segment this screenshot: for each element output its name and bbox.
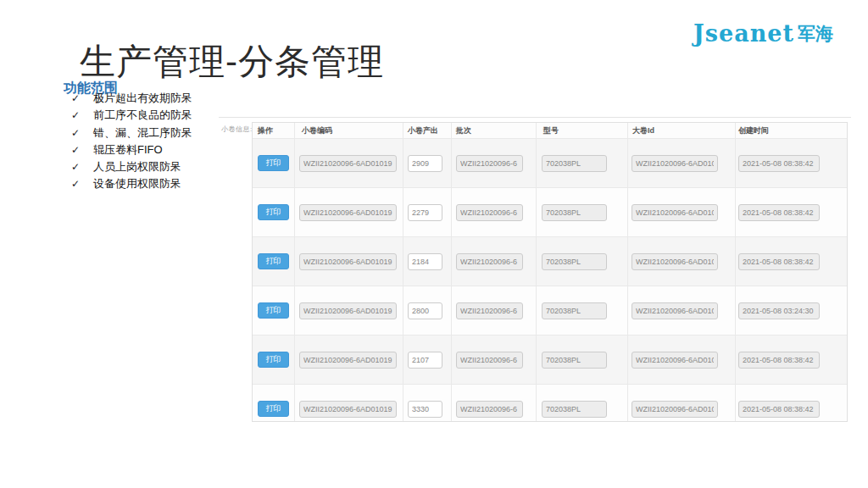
brand-logo-cjk: 军海 <box>798 24 833 43</box>
roll-id-field[interactable] <box>632 204 718 221</box>
scope-item-label: 前工序不良品的防呆 <box>93 108 192 121</box>
scope-item-label: 极片超出有效期防呆 <box>93 92 192 104</box>
scope-list: ✓极片超出有效期防呆 ✓前工序不良品的防呆 ✓错、漏、混工序防呆 ✓辊压卷料FI… <box>71 90 192 193</box>
created-field[interactable] <box>738 401 820 418</box>
output-field[interactable] <box>408 253 442 270</box>
col-header-created: 创建时间 <box>736 123 848 138</box>
batch-field[interactable] <box>456 155 523 172</box>
print-button[interactable]: 打印 <box>258 204 289 220</box>
created-field[interactable] <box>738 253 820 270</box>
created-field[interactable] <box>738 352 820 369</box>
output-field[interactable] <box>408 401 442 418</box>
checkmark-icon: ✓ <box>71 142 93 158</box>
output-field[interactable] <box>408 204 442 221</box>
output-field[interactable] <box>408 302 442 319</box>
scope-item: ✓辊压卷料FIFO <box>71 141 192 158</box>
scope-item-label: 人员上岗权限防呆 <box>93 160 181 173</box>
print-button[interactable]: 打印 <box>258 352 289 368</box>
code-field[interactable] <box>299 401 397 418</box>
code-field[interactable] <box>299 352 397 369</box>
code-field[interactable] <box>299 204 397 221</box>
print-button[interactable]: 打印 <box>258 401 289 417</box>
table-row: 打印 <box>253 286 848 335</box>
scope-item-label: 错、漏、混工序防呆 <box>93 126 192 139</box>
brand-logo: Jseanet军海 <box>693 20 833 47</box>
scope-item: ✓极片超出有效期防呆 <box>71 90 192 107</box>
scope-item: ✓设备使用权限防呆 <box>71 175 192 192</box>
roll-id-field[interactable] <box>632 155 718 172</box>
scope-item-label: 设备使用权限防呆 <box>93 177 181 190</box>
scope-item: ✓前工序不良品的防呆 <box>71 107 192 124</box>
output-field[interactable] <box>408 352 442 369</box>
model-field[interactable] <box>542 302 607 319</box>
table-row: 打印 <box>253 138 848 187</box>
screenshot-panel: 小卷信息: 操作 小卷编码 小卷产出 批次 型号 大卷Id 创建时间 打印 打印 <box>219 117 851 424</box>
scope-item: ✓错、漏、混工序防呆 <box>71 125 192 141</box>
table-header-row: 操作 小卷编码 小卷产出 批次 型号 大卷Id 创建时间 <box>253 123 848 138</box>
checkmark-icon: ✓ <box>71 159 93 175</box>
model-field[interactable] <box>542 155 607 172</box>
created-field[interactable] <box>738 204 820 221</box>
code-field[interactable] <box>299 155 397 172</box>
page-title: 生产管理-分条管理 <box>80 42 384 81</box>
table-row: 打印 <box>253 187 848 236</box>
col-header-action: 操作 <box>253 123 295 138</box>
model-field[interactable] <box>542 401 607 418</box>
checkmark-icon: ✓ <box>71 108 93 124</box>
roll-id-field[interactable] <box>632 253 718 270</box>
created-field[interactable] <box>738 302 820 319</box>
col-header-model: 型号 <box>537 123 628 138</box>
model-field[interactable] <box>542 253 607 270</box>
batch-field[interactable] <box>456 302 523 319</box>
created-field[interactable] <box>738 155 820 172</box>
roll-id-field[interactable] <box>632 352 718 369</box>
batch-field[interactable] <box>456 401 523 418</box>
checkmark-icon: ✓ <box>71 125 93 141</box>
print-button[interactable]: 打印 <box>258 253 289 269</box>
col-header-output: 小卷产出 <box>403 123 452 138</box>
print-button[interactable]: 打印 <box>258 155 289 171</box>
checkmark-icon: ✓ <box>71 176 93 192</box>
code-field[interactable] <box>299 253 397 270</box>
table-row: 打印 <box>253 384 848 422</box>
col-header-code: 小卷编码 <box>295 123 403 138</box>
col-header-roll-id: 大卷Id <box>628 123 736 138</box>
batch-field[interactable] <box>456 352 523 369</box>
batch-field[interactable] <box>456 204 523 221</box>
output-field[interactable] <box>408 155 442 172</box>
table-row: 打印 <box>253 335 848 384</box>
table-row: 打印 <box>253 236 848 286</box>
model-field[interactable] <box>542 352 607 369</box>
model-field[interactable] <box>542 204 607 221</box>
col-header-batch: 批次 <box>452 123 537 138</box>
code-field[interactable] <box>299 302 397 319</box>
panel-label: 小卷信息: <box>221 125 253 134</box>
roll-id-field[interactable] <box>632 302 718 319</box>
batch-field[interactable] <box>456 253 523 270</box>
print-button[interactable]: 打印 <box>258 302 289 319</box>
roll-id-field[interactable] <box>632 401 718 418</box>
scope-item: ✓人员上岗权限防呆 <box>71 158 192 175</box>
brand-logo-latin: Jseanet <box>693 20 794 47</box>
checkmark-icon: ✓ <box>71 91 93 107</box>
scope-item-label: 辊压卷料FIFO <box>93 143 163 156</box>
data-table: 操作 小卷编码 小卷产出 批次 型号 大卷Id 创建时间 打印 打印 <box>252 122 848 422</box>
